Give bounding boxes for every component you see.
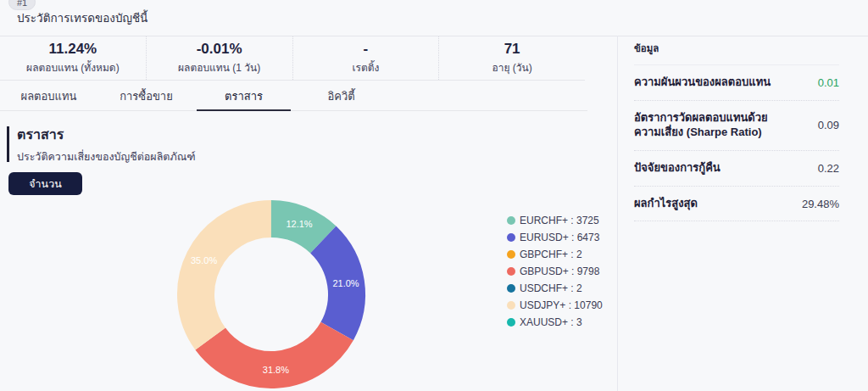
sidebar-divider [617, 36, 618, 391]
sidebar-row-2: ปัจจัยของการกู้คืน0.22 [634, 151, 839, 187]
stat-value: -0.01% [197, 41, 242, 58]
heading-accent-bar [7, 126, 9, 162]
legend-item-GBPUSD+[interactable]: GBPUSD+ : 9798 [507, 263, 603, 280]
stat-cell-3: 71อายุ (วัน) [439, 36, 585, 80]
sidebar-rows: ความผันผวนของผลตอบแทน0.01อัตราการวัดผลตอ… [634, 65, 839, 221]
instruments-donut-chart: 12.1%21.0%31.8%35.0% [170, 198, 373, 390]
stat-cell-0: 11.24%ผลตอบแทน (ทั้งหมด) [0, 36, 147, 80]
legend-label: GBPCHF+ : 2 [520, 249, 582, 260]
sidebar-row-1: อัตราการวัดผลตอบแทนด้วยความเสี่ยง (Sharp… [634, 101, 839, 151]
sidebar-row-3: ผลกำไรสูงสุด29.48% [634, 187, 839, 222]
legend-label: USDCHF+ : 2 [520, 282, 582, 294]
legend-item-EURCHF+[interactable]: EURCHF+ : 3725 [507, 212, 603, 229]
stat-label: อายุ (วัน) [492, 59, 532, 75]
legend-dot-icon [507, 284, 515, 293]
legend-dot-icon [507, 250, 515, 259]
account-stats-page: #1 ประวัติการเทรดของบัญชีนี้ 11.24%ผลตอบ… [0, 0, 868, 391]
amount-button[interactable]: จำนวน [8, 172, 82, 195]
sidebar-row-label: ความผันผวนของผลตอบแทน [634, 75, 771, 90]
sidebar-row-value: 0.09 [818, 119, 839, 131]
stat-label: เรตติ้ง [352, 59, 379, 75]
legend-dot-icon [507, 301, 515, 310]
donut-segment-USDJPY+ [196, 219, 271, 339]
donut-label-GBPUSD+: 31.8% [263, 365, 289, 375]
stat-label: ผลตอบแทน (1 วัน) [178, 59, 260, 75]
chart-legend: EURCHF+ : 3725EURUSD+ : 6473GBPCHF+ : 2G… [507, 212, 603, 331]
legend-label: USDJPY+ : 10790 [520, 299, 603, 311]
sidebar-row-value: 0.22 [818, 162, 839, 175]
stat-label: ผลตอบแทน (ทั้งหมด) [26, 59, 120, 75]
tab-instruments[interactable]: ตราสาร [195, 82, 292, 110]
tab-trading[interactable]: การซื้อขาย [97, 82, 195, 110]
legend-label: GBPUSD+ : 9798 [520, 265, 599, 277]
sidebar-row-value: 29.48% [802, 198, 839, 210]
tab-returns[interactable]: ผลตอบแทน [0, 82, 97, 110]
sidebar-row-0: ความผันผวนของผลตอบแทน0.01 [634, 65, 839, 101]
legend-item-XAUUSD+[interactable]: XAUUSD+ : 3 [507, 314, 603, 331]
stat-cell-1: -0.01%ผลตอบแทน (1 วัน) [147, 36, 293, 80]
sidebar-row-label: ผลกำไรสูงสุด [634, 197, 698, 211]
legend-dot-icon [507, 216, 515, 225]
stat-value: - [364, 41, 369, 58]
legend-label: XAUUSD+ : 3 [520, 316, 582, 328]
legend-label: EURUSD+ : 6473 [520, 232, 599, 243]
legend-item-EURUSD+[interactable]: EURUSD+ : 6473 [507, 229, 603, 246]
legend-label: EURCHF+ : 3725 [520, 215, 599, 226]
sidebar-header: ข้อมูล [634, 41, 839, 65]
legend-item-GBPCHF+[interactable]: GBPCHF+ : 2 [507, 246, 603, 263]
donut-label-EURUSD+: 21.0% [332, 278, 359, 288]
donut-label-USDJPY+: 35.0% [191, 255, 217, 265]
stat-value: 11.24% [49, 41, 97, 58]
sidebar-row-value: 0.01 [818, 76, 839, 89]
page-title: ประวัติการเทรดของบัญชีนี้ [17, 8, 147, 27]
legend-item-USDCHF+[interactable]: USDCHF+ : 2 [507, 280, 603, 297]
section-heading: ตราสาร ประวัติความเสี่ยงของบัญชีต่อผลิตภ… [7, 124, 196, 165]
stat-cell-2: -เรตติ้ง [293, 36, 440, 80]
info-sidebar: ข้อมูล ความผันผวนของผลตอบแทน0.01อัตราการ… [634, 41, 839, 221]
legend-item-USDJPY+[interactable]: USDJPY+ : 10790 [507, 297, 603, 314]
legend-dot-icon [507, 267, 515, 276]
stats-row: 11.24%ผลตอบแทน (ทั้งหมด)-0.01%ผลตอบแทน (… [0, 36, 585, 81]
tab-equity[interactable]: อิควิตี้ [292, 82, 390, 110]
section-subtitle: ประวัติความเสี่ยงของบัญชีต่อผลิตภัณฑ์ [17, 148, 196, 165]
sidebar-row-label: อัตราการวัดผลตอบแทนด้วยความเสี่ยง (Sharp… [634, 111, 788, 140]
legend-dot-icon [507, 318, 515, 327]
legend-dot-icon [507, 233, 515, 242]
section-title: ตราสาร [17, 124, 196, 145]
stat-value: 71 [504, 41, 520, 58]
donut-label-EURCHF+: 12.1% [286, 219, 312, 229]
sidebar-row-label: ปัจจัยของการกู้คืน [634, 161, 721, 176]
tab-bar: ผลตอบแทนการซื้อขายตราสารอิควิตี้ [0, 82, 587, 111]
